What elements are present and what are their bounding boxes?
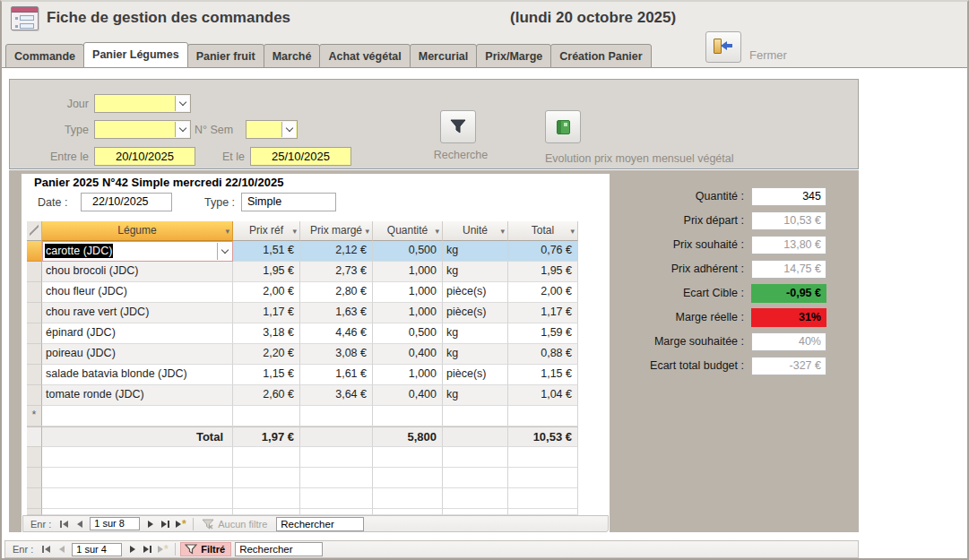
form-search-input[interactable]: Rechercher: [235, 542, 323, 556]
evolution-prix-button[interactable]: [545, 110, 581, 143]
first-record-button[interactable]: [39, 543, 54, 556]
tab-panier-fruit[interactable]: Panier fruit: [187, 44, 264, 68]
tab-mercurial[interactable]: Mercurial: [410, 44, 478, 68]
date-fin-field[interactable]: 25/10/2025: [250, 147, 351, 166]
cell-legume[interactable]: chou brocoli (JDC): [42, 262, 233, 282]
previous-record-button[interactable]: [72, 518, 87, 530]
cell-total[interactable]: 1,04 €: [508, 385, 578, 406]
new-record-button[interactable]: *: [155, 543, 170, 556]
close-form-button[interactable]: [705, 31, 741, 63]
subform-search-input[interactable]: Rechercher: [276, 517, 364, 531]
row-selector[interactable]: [27, 385, 42, 406]
no-filter-toggle[interactable]: Aucun filtre: [198, 517, 273, 531]
column-header-prix-ref[interactable]: Prix réf▾: [233, 221, 300, 241]
sort-arrow-icon[interactable]: ▾: [365, 222, 369, 240]
datasheet-corner-cell[interactable]: [27, 221, 42, 241]
cell-quantite[interactable]: 1,000: [373, 282, 443, 303]
cell-quantite[interactable]: 0,400: [373, 344, 443, 365]
table-row[interactable]: tomate ronde (JDC) 2,60 € 3,64 € 0,400 k…: [27, 385, 579, 406]
cell-unite[interactable]: pièce(s): [443, 365, 508, 385]
table-row-selected[interactable]: carotte (JDC) 1,51 € 2,12 € 0,500 kg 0,7…: [27, 241, 579, 262]
cell-legume[interactable]: épinard (JDC): [42, 323, 233, 344]
sort-arrow-icon[interactable]: ▾: [292, 222, 297, 240]
sort-arrow-icon[interactable]: ▾: [225, 222, 229, 240]
cell-unite[interactable]: kg: [443, 323, 508, 344]
cell-quantite[interactable]: 0,500: [373, 323, 443, 344]
recherche-button[interactable]: [440, 110, 476, 143]
new-record-button[interactable]: *: [173, 518, 188, 530]
table-row[interactable]: chou rave vert (JDC) 1,17 € 1,63 € 1,000…: [27, 303, 579, 323]
cell-prix-marge[interactable]: 3,08 €: [300, 344, 373, 365]
date-debut-field[interactable]: 20/10/2025: [94, 147, 195, 166]
cell-prix-ref[interactable]: 1,95 €: [233, 262, 300, 282]
cell-unite[interactable]: kg: [443, 262, 508, 282]
new-record-selector[interactable]: *: [27, 406, 42, 426]
next-record-button[interactable]: [125, 543, 140, 556]
cell-quantite[interactable]: 1,000: [373, 262, 443, 282]
column-header-quantite[interactable]: Quantité▾: [373, 221, 443, 241]
cell-prix-ref[interactable]: 2,20 €: [233, 344, 300, 365]
cell-unite[interactable]: kg: [443, 385, 508, 406]
tab-prix-marge[interactable]: Prix/Marge: [476, 44, 551, 68]
cell-prix-marge[interactable]: 1,61 €: [300, 365, 373, 385]
cell-quantite[interactable]: 1,000: [373, 365, 443, 385]
type-panier-field[interactable]: Simple: [241, 193, 336, 211]
record-position[interactable]: 1 sur 4: [72, 543, 122, 556]
chevron-down-icon[interactable]: [175, 96, 189, 111]
column-header-prix-marge[interactable]: Prix margé▾: [300, 221, 373, 241]
cell-prix-marge[interactable]: 2,73 €: [300, 262, 373, 282]
cell-quantite[interactable]: 0,400: [373, 385, 443, 406]
cell-prix-marge[interactable]: 1,63 €: [300, 303, 373, 323]
previous-record-button[interactable]: [54, 543, 69, 556]
cell-quantite[interactable]: 0,500: [373, 241, 443, 262]
jour-combobox[interactable]: [94, 94, 191, 113]
cell-legume[interactable]: chou rave vert (JDC): [42, 303, 233, 323]
date-field[interactable]: 22/10/2025: [81, 193, 172, 211]
cell-prix-ref[interactable]: 2,60 €: [233, 385, 300, 406]
next-record-button[interactable]: [143, 518, 158, 530]
cell-prix-ref[interactable]: 1,15 €: [233, 365, 300, 385]
num-semaine-combobox[interactable]: [246, 120, 298, 139]
cell-prix-marge[interactable]: 3,64 €: [300, 385, 373, 406]
sort-arrow-icon[interactable]: ▾: [435, 222, 439, 240]
cell-unite[interactable]: pièce(s): [443, 303, 508, 323]
row-selector[interactable]: [27, 365, 42, 385]
chevron-down-icon[interactable]: [175, 122, 189, 137]
cell-prix-ref[interactable]: 3,18 €: [233, 323, 300, 344]
table-row[interactable]: chou brocoli (JDC) 1,95 € 2,73 € 1,000 k…: [27, 262, 579, 282]
last-record-button[interactable]: [158, 518, 173, 530]
row-selector[interactable]: [27, 344, 42, 365]
record-position[interactable]: 1 sur 8: [90, 517, 140, 530]
new-record-row[interactable]: *: [27, 406, 579, 426]
table-row[interactable]: chou fleur (JDC) 2,00 € 2,80 € 1,000 piè…: [27, 282, 579, 303]
chevron-down-icon[interactable]: [217, 243, 231, 260]
sort-arrow-icon[interactable]: ▾: [500, 222, 505, 240]
cell-prix-marge[interactable]: 2,80 €: [300, 282, 373, 303]
cell-legume-editing[interactable]: carotte (JDC): [42, 241, 233, 262]
filtered-toggle[interactable]: Filtré: [180, 542, 231, 556]
cell-legume[interactable]: chou fleur (JDC): [42, 282, 233, 303]
cell-legume[interactable]: tomate ronde (JDC): [42, 385, 233, 406]
cell-prix-ref[interactable]: 1,17 €: [233, 303, 300, 323]
row-selector[interactable]: [27, 303, 42, 323]
column-header-unite[interactable]: Unité▾: [443, 221, 508, 241]
row-selector[interactable]: [27, 323, 42, 344]
cell-prix-ref[interactable]: 1,51 €: [233, 241, 300, 262]
cell-quantite[interactable]: 1,000: [373, 303, 443, 323]
row-selector[interactable]: [27, 282, 42, 303]
last-record-button[interactable]: [140, 543, 155, 556]
tab-creation-panier[interactable]: Création Panier: [550, 44, 651, 68]
cell-legume[interactable]: salade batavia blonde (JDC): [42, 365, 233, 385]
table-row[interactable]: poireau (JDC) 2,20 € 3,08 € 0,400 kg 0,8…: [27, 344, 579, 365]
tab-achat-vegetal[interactable]: Achat végétal: [319, 44, 410, 68]
cell-prix-ref[interactable]: 2,00 €: [233, 282, 300, 303]
cell-unite[interactable]: kg: [443, 241, 508, 262]
cell-prix-marge[interactable]: 2,12 €: [300, 241, 373, 262]
tab-panier-legumes[interactable]: Panier Légumes: [83, 42, 188, 68]
table-row[interactable]: épinard (JDC) 3,18 € 4,46 € 0,500 kg 1,5…: [27, 323, 579, 344]
chevron-down-icon[interactable]: [281, 122, 296, 137]
quantite-field[interactable]: 345: [751, 187, 826, 206]
cell-unite[interactable]: kg: [443, 344, 508, 365]
cell-unite[interactable]: pièce(s): [443, 282, 508, 303]
cell-legume[interactable]: poireau (JDC): [42, 344, 233, 365]
